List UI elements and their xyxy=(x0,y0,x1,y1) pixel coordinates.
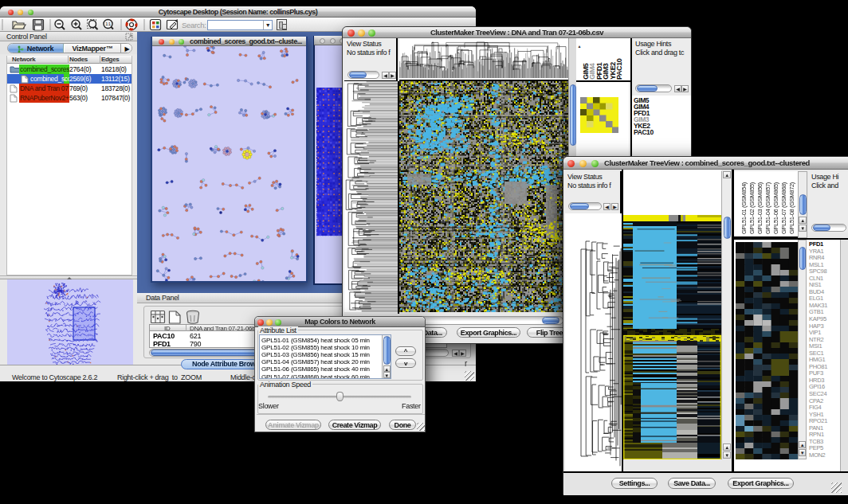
svg-text:1:1: 1:1 xyxy=(105,21,111,26)
